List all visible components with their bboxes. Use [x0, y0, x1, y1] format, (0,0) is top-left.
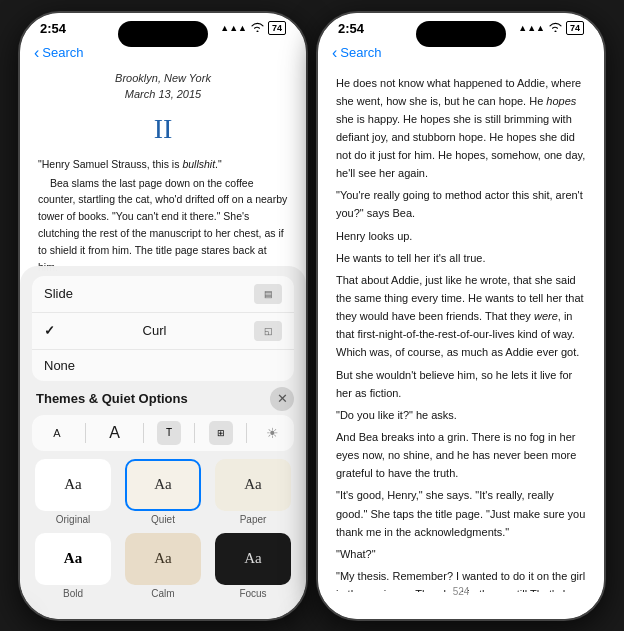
divider-1: [85, 423, 86, 443]
right-wifi-icon: [549, 22, 562, 34]
brightness-icon[interactable]: ☀: [260, 421, 284, 445]
read-para-1: "You're really going to method actor thi…: [336, 186, 586, 222]
theme-original[interactable]: Aa Original: [32, 459, 114, 525]
read-para-4: That about Addie, just like he wrote, th…: [336, 271, 586, 362]
theme-paper-label: Paper: [240, 514, 267, 525]
right-phone: 2:54 ▲▲▲ 74: [316, 11, 606, 621]
font-controls: A A T ⊞ ☀: [32, 415, 294, 451]
close-button[interactable]: ✕: [270, 387, 294, 411]
battery-icon: 74: [268, 21, 286, 35]
theme-focus[interactable]: Aa Focus: [212, 533, 294, 599]
right-reading-content: He does not know what happened to Addie,…: [318, 66, 604, 592]
font-style-icon[interactable]: T: [157, 421, 181, 445]
transition-options: Slide ▤ ✓ Curl ◱ None: [32, 276, 294, 381]
font-decrease-button[interactable]: A: [42, 421, 72, 445]
book-location-line1: Brooklyn, New York: [38, 70, 288, 87]
left-phone: 2:54 ▲▲▲ 74: [18, 11, 308, 621]
check-icon: ✓: [44, 323, 55, 338]
read-para-3: He wants to tell her it's all true.: [336, 249, 586, 267]
wifi-icon: [251, 22, 264, 34]
transition-slide-label: Slide: [44, 286, 73, 301]
theme-bold-preview[interactable]: Aa: [35, 533, 111, 585]
theme-paper-preview[interactable]: Aa: [215, 459, 291, 511]
read-para-7: And Bea breaks into a grin. There is no …: [336, 428, 586, 482]
right-back-label: Search: [340, 45, 381, 60]
book-para-0: "Henry Samuel Strauss, this is bullshit.…: [38, 156, 288, 173]
theme-quiet-preview[interactable]: Aa: [125, 459, 201, 511]
divider-2: [143, 423, 144, 443]
transition-curl[interactable]: ✓ Curl ◱: [32, 313, 294, 350]
bottom-panel: Slide ▤ ✓ Curl ◱ None Themes & Qui: [20, 266, 306, 619]
left-status-bar: 2:54 ▲▲▲ 74: [20, 13, 306, 40]
read-para-8: "It's good, Henry," she says. "It's real…: [336, 486, 586, 540]
book-location-line2: March 13, 2015: [38, 86, 288, 103]
right-back-chevron-icon: ‹: [332, 44, 337, 62]
left-time: 2:54: [40, 21, 66, 36]
transition-none-label: None: [44, 358, 75, 373]
theme-calm-label: Calm: [151, 588, 174, 599]
theme-focus-preview[interactable]: Aa: [215, 533, 291, 585]
transition-none[interactable]: None: [32, 350, 294, 381]
theme-bold-label: Bold: [63, 588, 83, 599]
slide-icon: ▤: [254, 284, 282, 304]
font-option-icon[interactable]: ⊞: [209, 421, 233, 445]
right-battery-icon: 74: [566, 21, 584, 35]
back-chevron-icon: ‹: [34, 44, 39, 62]
theme-original-preview[interactable]: Aa: [35, 459, 111, 511]
book-header: Brooklyn, New York March 13, 2015: [38, 70, 288, 103]
themes-header: Themes & Quiet Options ✕: [36, 387, 294, 411]
curl-icon: ◱: [254, 321, 282, 341]
theme-quiet[interactable]: Aa Quiet: [122, 459, 204, 525]
back-label: Search: [42, 45, 83, 60]
signal-icon: ▲▲▲: [220, 23, 247, 33]
divider-3: [194, 423, 195, 443]
right-time: 2:54: [338, 21, 364, 36]
read-para-6: "Do you like it?" he asks.: [336, 406, 586, 424]
right-status-bar: 2:54 ▲▲▲ 74: [318, 13, 604, 40]
right-back-button[interactable]: ‹ Search: [332, 44, 382, 62]
left-status-icons: ▲▲▲ 74: [220, 21, 286, 35]
divider-4: [246, 423, 247, 443]
theme-bold[interactable]: Aa Bold: [32, 533, 114, 599]
back-button[interactable]: ‹ Search: [34, 44, 84, 62]
transition-slide[interactable]: Slide ▤: [32, 276, 294, 313]
read-para-5: But she wouldn't believe him, so he lets…: [336, 366, 586, 402]
font-increase-button[interactable]: A: [100, 421, 130, 445]
read-para-9: "What?": [336, 545, 586, 563]
theme-calm-preview[interactable]: Aa: [125, 533, 201, 585]
read-para-0: He does not know what happened to Addie,…: [336, 74, 586, 183]
theme-calm[interactable]: Aa Calm: [122, 533, 204, 599]
chapter-number: II: [38, 107, 288, 150]
transition-curl-label: Curl: [143, 323, 167, 338]
book-para-1: Bea slams the last page down on the coff…: [38, 175, 288, 276]
theme-quiet-label: Quiet: [151, 514, 175, 525]
theme-focus-label: Focus: [239, 588, 266, 599]
page-number: 524: [453, 586, 470, 597]
right-signal-icon: ▲▲▲: [518, 23, 545, 33]
themes-title: Themes & Quiet Options: [36, 391, 188, 406]
read-para-2: Henry looks up.: [336, 227, 586, 245]
right-status-icons: ▲▲▲ 74: [518, 21, 584, 35]
theme-paper[interactable]: Aa Paper: [212, 459, 294, 525]
theme-grid: Aa Original Aa Quiet Aa Paper Aa Bold: [32, 459, 294, 599]
theme-original-label: Original: [56, 514, 90, 525]
